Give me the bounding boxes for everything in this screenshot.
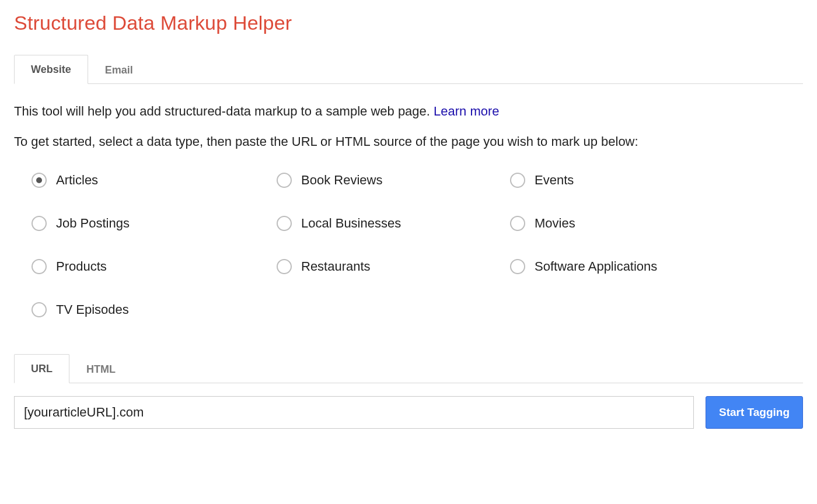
radio-icon bbox=[510, 259, 525, 274]
radio-label: Articles bbox=[56, 173, 98, 188]
radio-label: Book Reviews bbox=[301, 173, 382, 188]
radio-tv-episodes[interactable]: TV Episodes bbox=[32, 302, 277, 317]
radio-icon bbox=[510, 216, 525, 231]
radio-label: Restaurants bbox=[301, 259, 371, 274]
radio-icon bbox=[32, 173, 47, 188]
radio-icon bbox=[32, 302, 47, 317]
radio-icon bbox=[277, 216, 292, 231]
radio-articles[interactable]: Articles bbox=[32, 173, 277, 188]
radio-label: Movies bbox=[535, 216, 575, 231]
input-mode-tabbar: URL HTML bbox=[14, 354, 803, 383]
radio-local-businesses[interactable]: Local Businesses bbox=[277, 216, 510, 231]
tab-email[interactable]: Email bbox=[88, 55, 150, 84]
radio-restaurants[interactable]: Restaurants bbox=[277, 259, 510, 274]
tab-html[interactable]: HTML bbox=[69, 355, 132, 383]
radio-label: Job Postings bbox=[56, 216, 130, 231]
radio-products[interactable]: Products bbox=[32, 259, 277, 274]
lead-text: To get started, select a data type, then… bbox=[14, 134, 803, 149]
datatype-radiogroup: Articles Book Reviews Events Job Posting… bbox=[14, 167, 803, 323]
url-input[interactable] bbox=[14, 396, 694, 429]
radio-movies[interactable]: Movies bbox=[510, 216, 803, 231]
radio-label: Products bbox=[56, 259, 107, 274]
radio-label: Local Businesses bbox=[301, 216, 401, 231]
radio-software-applications[interactable]: Software Applications bbox=[510, 259, 803, 274]
radio-icon bbox=[32, 216, 47, 231]
source-tabbar: Website Email bbox=[14, 54, 803, 84]
radio-icon bbox=[510, 173, 525, 188]
radio-label: Software Applications bbox=[535, 259, 657, 274]
start-tagging-button[interactable]: Start Tagging bbox=[706, 396, 803, 429]
radio-icon bbox=[277, 259, 292, 274]
radio-job-postings[interactable]: Job Postings bbox=[32, 216, 277, 231]
radio-icon bbox=[277, 173, 292, 188]
radio-label: TV Episodes bbox=[56, 302, 129, 317]
input-row: Start Tagging bbox=[14, 396, 803, 429]
radio-events[interactable]: Events bbox=[510, 173, 803, 188]
radio-label: Events bbox=[535, 173, 574, 188]
page-title: Structured Data Markup Helper bbox=[14, 12, 803, 34]
intro-text: This tool will help you add structured-d… bbox=[14, 104, 803, 119]
learn-more-link[interactable]: Learn more bbox=[434, 104, 500, 118]
intro-copy: This tool will help you add structured-d… bbox=[14, 104, 434, 118]
tab-url[interactable]: URL bbox=[14, 354, 69, 383]
radio-book-reviews[interactable]: Book Reviews bbox=[277, 173, 510, 188]
radio-icon bbox=[32, 259, 47, 274]
tab-website[interactable]: Website bbox=[14, 55, 88, 84]
